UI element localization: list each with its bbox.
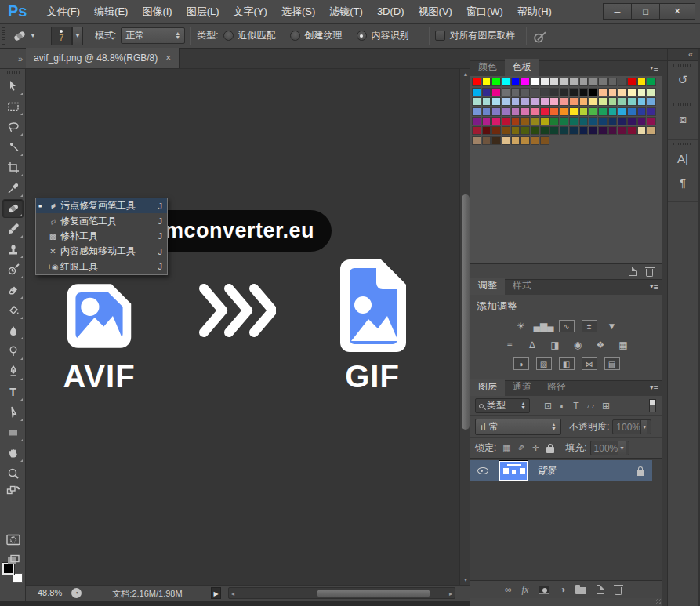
swatch[interactable]: [472, 107, 481, 116]
layer-row[interactable]: 背景: [470, 460, 652, 481]
radio-内容识别[interactable]: 内容识别: [357, 29, 409, 42]
panel-menu-icon[interactable]: ▼≡: [649, 282, 658, 292]
toolbar-collapse-button[interactable]: »: [0, 49, 26, 69]
link-layers-icon[interactable]: ∞: [505, 584, 512, 595]
swatch[interactable]: [511, 126, 520, 135]
swatch[interactable]: [491, 88, 501, 96]
horizontal-scrollbar[interactable]: ◂ ▸: [228, 587, 455, 599]
swatch[interactable]: [520, 117, 530, 125]
document-tab[interactable]: avif_gif.png @ 48.8%(RGB/8) ×: [26, 48, 180, 68]
brightness-contrast-icon[interactable]: ☀: [513, 320, 529, 332]
options-grip[interactable]: [2, 27, 5, 45]
menu-item-编辑E[interactable]: 编辑(E): [87, 0, 135, 24]
swatch[interactable]: [647, 78, 656, 86]
filter-shape-layers-icon[interactable]: ▱: [587, 401, 594, 412]
filter-smart-objects-icon[interactable]: ⊞: [602, 401, 610, 412]
swatch[interactable]: [491, 78, 501, 86]
swatch[interactable]: [540, 88, 549, 96]
lock-paint-icon[interactable]: ✐: [518, 443, 525, 453]
quick-mask-button[interactable]: [2, 530, 24, 549]
swatch[interactable]: [618, 78, 627, 86]
swatch[interactable]: [502, 136, 511, 145]
color-lookup-icon[interactable]: ▦: [615, 339, 631, 351]
swatch[interactable]: [560, 117, 569, 125]
swatch[interactable]: [618, 117, 627, 125]
menu-item-帮助H[interactable]: 帮助(H): [510, 0, 559, 24]
pen-tool[interactable]: [2, 362, 24, 381]
menu-item-文件F[interactable]: 文件(F): [39, 0, 87, 24]
chevron-down-icon[interactable]: ▼: [640, 420, 647, 434]
resize-grip-icon[interactable]: [655, 598, 661, 604]
filter-adjustment-layers-icon[interactable]: ◐: [560, 401, 565, 412]
swatch[interactable]: [560, 97, 569, 106]
swatch[interactable]: [472, 78, 481, 86]
swatch[interactable]: [531, 88, 540, 96]
swatch[interactable]: [520, 107, 530, 116]
channel-mixer-icon[interactable]: ❖: [593, 339, 608, 351]
swatch[interactable]: [647, 117, 656, 125]
menu-item-图层L[interactable]: 图层(L): [180, 0, 227, 24]
screen-mode-button[interactable]: [2, 550, 24, 569]
scroll-right-icon[interactable]: ▸: [449, 590, 452, 597]
filter-pixel-layers-icon[interactable]: ⊡: [544, 401, 552, 412]
tab-close-icon[interactable]: ×: [165, 53, 171, 64]
swatch[interactable]: [637, 117, 647, 125]
swatch[interactable]: [502, 107, 511, 116]
brush-size-picker[interactable]: 7 ▼: [51, 27, 83, 45]
panel-group-grip[interactable]: [673, 64, 692, 67]
swatch[interactable]: [472, 117, 481, 125]
menu-item-文字Y[interactable]: 文字(Y): [227, 0, 274, 24]
path-selection-tool[interactable]: [2, 403, 24, 422]
hand-tool[interactable]: [2, 444, 24, 463]
vertical-scroll-thumb[interactable]: [462, 194, 470, 430]
canvas-area[interactable]: mconverter.eu AVIF: [26, 69, 470, 585]
flyout-item-修补工具[interactable]: ▩修补工具J: [36, 229, 167, 244]
swatch[interactable]: [560, 88, 569, 96]
dodge-tool[interactable]: [2, 342, 24, 361]
swatch[interactable]: [569, 88, 578, 96]
filter-type-layers-icon[interactable]: T: [573, 401, 578, 412]
swatch[interactable]: [531, 97, 540, 106]
swatch[interactable]: [549, 117, 559, 125]
radio-circle-icon[interactable]: [357, 31, 367, 41]
tool-preset-picker[interactable]: ▼: [9, 29, 39, 43]
crop-tool[interactable]: [2, 158, 24, 177]
swatch[interactable]: [502, 88, 511, 96]
adjustments-tab-样式[interactable]: 样式: [505, 278, 539, 295]
swatch[interactable]: [598, 97, 608, 106]
menu-item-视图V[interactable]: 视图(V): [412, 0, 459, 24]
dock-expand-button[interactable]: «: [668, 49, 698, 61]
swatch[interactable]: [637, 126, 647, 135]
swatch[interactable]: [540, 126, 549, 135]
swatch[interactable]: [589, 107, 598, 116]
marquee-tool[interactable]: [2, 97, 24, 116]
swatch[interactable]: [540, 97, 549, 106]
clone-stamp-tool[interactable]: [2, 240, 24, 259]
menu-item-滤镜T[interactable]: 滤镜(T): [322, 0, 370, 24]
exposure-icon[interactable]: ±: [582, 320, 597, 332]
swatch[interactable]: [560, 126, 569, 135]
new-swatch-icon[interactable]: [629, 267, 637, 276]
flyout-item-污点修复画笔工具[interactable]: ■▰污点修复画笔工具J: [36, 198, 167, 213]
swatch[interactable]: [531, 126, 540, 135]
swatch[interactable]: [569, 117, 578, 125]
swatch[interactable]: [637, 97, 647, 106]
swatch[interactable]: [482, 117, 491, 125]
swatch[interactable]: [472, 88, 481, 96]
menu-item-选择S[interactable]: 选择(S): [274, 0, 322, 24]
type-tool[interactable]: T: [2, 383, 24, 401]
swatch[interactable]: [569, 97, 578, 106]
paint-bucket-tool[interactable]: [2, 301, 24, 320]
swatch[interactable]: [482, 126, 491, 135]
swatch[interactable]: [589, 88, 598, 96]
swatch[interactable]: [549, 107, 559, 116]
swatch[interactable]: [511, 78, 520, 86]
swatch[interactable]: [608, 88, 618, 96]
chevron-down-icon[interactable]: ▼: [618, 441, 625, 455]
swatch[interactable]: [560, 78, 569, 86]
panel-menu-icon[interactable]: ▼≡: [649, 64, 658, 73]
menu-item-图像I[interactable]: 图像(I): [135, 0, 179, 24]
blend-mode-select[interactable]: 正常 ▲▼: [475, 419, 561, 435]
swatch[interactable]: [520, 88, 530, 96]
swatches-tab-色板[interactable]: 色板: [505, 59, 539, 76]
